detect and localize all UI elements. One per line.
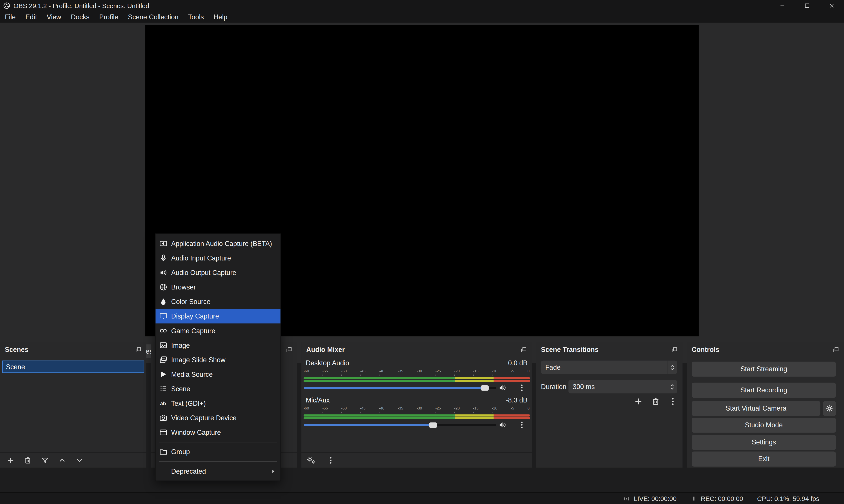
exit-button[interactable]: Exit [692, 451, 836, 467]
popout-icon[interactable] [521, 346, 527, 353]
record-pause-icon [690, 495, 698, 502]
channel-db-value: -8.3 dB [506, 397, 528, 404]
speaker-icon[interactable] [498, 384, 506, 392]
popout-icon[interactable] [135, 346, 142, 353]
menu-item-image[interactable]: Image [156, 338, 281, 353]
close-button[interactable] [819, 0, 844, 11]
popout-icon[interactable] [833, 346, 839, 353]
studio-mode-button[interactable]: Studio Mode [692, 418, 836, 433]
controls-title: Controls [692, 346, 719, 353]
popout-icon[interactable] [286, 346, 292, 353]
volume-meter-left [304, 414, 529, 416]
duration-spinbox[interactable]: 300 ms [568, 380, 677, 393]
scene-list-item[interactable]: Scene [2, 360, 144, 373]
remove-transition-icon[interactable] [651, 397, 660, 406]
menu-item-image-slide-show[interactable]: Image Slide Show [156, 353, 281, 367]
color-droplet-icon [159, 298, 167, 306]
menubar-item-edit[interactable]: Edit [20, 11, 42, 22]
menu-item-window-capture[interactable]: Window Capture [156, 425, 281, 439]
volume-meter-right [304, 380, 529, 382]
menu-item-application-audio-capture[interactable]: Application Audio Capture (BETA) [156, 236, 281, 251]
window-controls [770, 0, 844, 11]
menu-item-group[interactable]: Group [156, 445, 281, 459]
rec-time: REC: 00:00:00 [701, 495, 743, 502]
menubar-item-tools[interactable]: Tools [183, 11, 209, 22]
kebab-menu-icon[interactable] [518, 421, 526, 429]
cpu-fps-status: CPU: 0.1%, 59.94 fps [757, 495, 820, 502]
tick-label: -10 [492, 369, 497, 374]
scenes-panel: Scenes Scene [0, 342, 146, 468]
camera-icon [159, 414, 167, 422]
controls-header: Controls [687, 342, 844, 357]
meter-ticks [304, 375, 529, 376]
globe-icon [159, 283, 167, 291]
start-streaming-button[interactable]: Start Streaming [692, 362, 836, 377]
menubar-item-help[interactable]: Help [209, 11, 232, 22]
start-virtual-camera-button[interactable]: Start Virtual Camera [692, 401, 820, 416]
move-scene-down-icon[interactable] [75, 456, 84, 464]
menubar-item-scene-collection[interactable]: Scene Collection [123, 11, 183, 22]
menu-item-text-gdi[interactable]: ab Text (GDI+) [156, 396, 281, 411]
settings-button[interactable]: Settings [692, 435, 836, 450]
speaker-icon [159, 269, 167, 277]
menu-item-media-source[interactable]: Media Source [156, 367, 281, 382]
svg-text:ab: ab [160, 400, 166, 406]
live-time: LIVE: 00:00:00 [634, 495, 677, 502]
advanced-audio-gears-icon[interactable] [307, 456, 316, 464]
menu-item-scene[interactable]: Scene [156, 382, 281, 396]
volume-slider[interactable] [304, 387, 497, 389]
move-scene-up-icon[interactable] [58, 456, 66, 464]
folder-icon [159, 448, 167, 456]
menu-item-audio-output-capture[interactable]: Audio Output Capture [156, 265, 281, 280]
scene-transitions-title: Scene Transitions [541, 346, 599, 353]
menubar-item-docks[interactable]: Docks [66, 11, 94, 22]
tick-label: -5 [511, 369, 514, 374]
settings-label: Settings [752, 438, 776, 446]
menubar-item-profile[interactable]: Profile [94, 11, 123, 22]
add-source-context-menu: Application Audio Capture (BETA) Audio I… [155, 234, 281, 481]
transition-select[interactable]: Fade [541, 360, 677, 374]
virtual-camera-config-button[interactable] [823, 401, 836, 416]
mixer-kebab-icon[interactable] [327, 456, 335, 464]
spin-carets-icon[interactable] [667, 380, 677, 393]
menu-item-deprecated[interactable]: Deprecated [156, 464, 281, 478]
audio-mixer-panel: Audio Mixer Desktop Audio 0.0 dB -60-55-… [301, 342, 532, 468]
scene-filters-icon[interactable] [41, 456, 49, 464]
add-scene-icon[interactable] [6, 456, 15, 464]
scenes-panel-title: Scenes [5, 346, 29, 353]
microphone-icon [159, 254, 167, 262]
tick-label: -60 [304, 369, 309, 374]
remove-scene-icon[interactable] [24, 456, 32, 464]
kebab-menu-icon[interactable] [518, 384, 526, 392]
scenes-toolbar [0, 452, 146, 468]
start-recording-button[interactable]: Start Recording [692, 383, 836, 398]
transition-kebab-icon[interactable] [668, 397, 677, 406]
tick-label: -45 [360, 369, 365, 374]
tick-label: 0 [527, 369, 529, 374]
add-transition-icon[interactable] [634, 397, 643, 406]
menu-separator [159, 461, 277, 462]
application-audio-icon [159, 239, 167, 248]
menubar-item-view[interactable]: View [42, 11, 66, 22]
scene-list-icon [159, 385, 167, 393]
tick-label: -30 [417, 369, 422, 374]
submenu-arrow-icon [271, 468, 276, 474]
obs-window: OBS 29.1.2 - Profile: Untitled - Scenes:… [0, 0, 844, 504]
menu-item-browser[interactable]: Browser [156, 280, 281, 294]
meter-scale: -60-55-50-45-40-35-30-25-20-15-10-50 [304, 406, 529, 411]
popout-icon[interactable] [671, 346, 678, 353]
menu-item-display-capture[interactable]: Display Capture [156, 309, 281, 323]
volume-slider-handle[interactable] [481, 385, 489, 391]
maximize-button[interactable] [794, 0, 820, 11]
volume-slider[interactable] [304, 424, 497, 426]
tick-label: -20 [454, 406, 460, 411]
menubar-item-file[interactable]: File [0, 11, 20, 22]
minimize-button[interactable] [770, 0, 794, 11]
menu-item-color-source[interactable]: Color Source [156, 294, 281, 309]
menu-item-game-capture[interactable]: Game Capture [156, 323, 281, 338]
volume-slider-handle[interactable] [429, 422, 437, 428]
audio-mixer-header: Audio Mixer [301, 342, 532, 357]
menu-item-audio-input-capture[interactable]: Audio Input Capture [156, 251, 281, 265]
menu-item-video-capture-device[interactable]: Video Capture Device [156, 411, 281, 425]
speaker-icon[interactable] [498, 421, 506, 429]
